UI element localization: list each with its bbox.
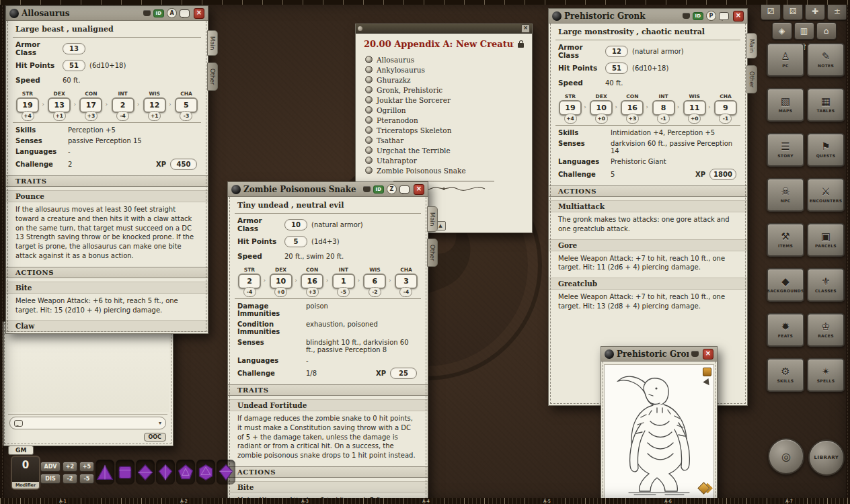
sidebar-button[interactable]: ✴ SPELLS bbox=[807, 358, 845, 392]
identified-badge[interactable]: ID bbox=[153, 9, 164, 17]
token-letter-badge[interactable]: Z bbox=[387, 184, 397, 194]
ability-score[interactable]: STR 2 -4 bbox=[236, 267, 263, 297]
gronk-line-art[interactable] bbox=[604, 364, 714, 499]
radial-menu-icon[interactable] bbox=[605, 349, 614, 359]
sidebar-button[interactable]: ▧ MAPS bbox=[767, 88, 804, 122]
action-name[interactable]: Gore bbox=[549, 239, 747, 251]
action-name[interactable]: Multiattack bbox=[549, 200, 747, 212]
window-side-tab[interactable]: Main bbox=[427, 206, 438, 232]
window-side-tab[interactable]: Main bbox=[746, 33, 757, 58]
identified-badge[interactable]: ID bbox=[373, 185, 384, 194]
close-button[interactable]: × bbox=[703, 349, 713, 360]
xp-value[interactable]: 25 bbox=[390, 368, 417, 379]
d10-icon[interactable] bbox=[156, 460, 175, 485]
hit-points-value[interactable]: 51 bbox=[63, 60, 85, 71]
identified-badge[interactable]: ID bbox=[693, 12, 703, 20]
sidebar-button[interactable]: ✎ NOTES bbox=[807, 43, 845, 77]
toolbar-button[interactable]: ⌂ bbox=[816, 22, 837, 40]
modifier-button[interactable]: -2 bbox=[63, 474, 77, 484]
ability-score[interactable]: CON 17 +3 bbox=[77, 91, 104, 121]
modifier-button[interactable]: ADV bbox=[40, 462, 61, 472]
sidebar-button[interactable]: ⚔ ENCOUNTERS bbox=[807, 178, 845, 212]
action-name[interactable]: Greatclub bbox=[549, 278, 747, 290]
trait-name[interactable]: Pounce bbox=[6, 190, 208, 202]
ability-score[interactable]: DEX 10 +0 bbox=[268, 267, 295, 297]
close-button[interactable]: × bbox=[194, 8, 204, 19]
pin-icon[interactable] bbox=[358, 26, 362, 31]
ability-score[interactable]: WIS 12 +1 bbox=[141, 91, 168, 121]
toolbar-button[interactable]: ◈ bbox=[772, 22, 792, 40]
d12-icon[interactable] bbox=[176, 460, 195, 485]
radial-menu-icon[interactable] bbox=[552, 11, 562, 21]
radial-menu-icon[interactable] bbox=[9, 9, 19, 18]
creature-link[interactable]: Ankylosaurus bbox=[365, 65, 523, 75]
ability-score[interactable]: CON 16 +3 bbox=[299, 267, 325, 297]
share-chat-icon[interactable] bbox=[719, 12, 729, 20]
sidebar-button[interactable]: ⚙ SKILLS bbox=[767, 358, 804, 392]
ability-score[interactable]: WIS 6 -2 bbox=[361, 267, 388, 297]
sidebar-button[interactable]: ⚒ ITEMS bbox=[767, 223, 804, 257]
d8-icon[interactable] bbox=[136, 460, 155, 485]
token-bag-icon[interactable] bbox=[143, 10, 151, 16]
chat-mode-dropdown-icon[interactable]: ▾ bbox=[159, 420, 161, 426]
sidebar-button[interactable]: ◆ BACKGROUNDS bbox=[767, 268, 804, 302]
modifier-button[interactable]: DIS bbox=[40, 474, 61, 484]
lock-icon[interactable] bbox=[518, 43, 524, 48]
window-drag-bar[interactable]: × bbox=[356, 24, 532, 34]
window-titlebar[interactable]: Zombie Poisonous Snake ID Z × bbox=[228, 182, 428, 197]
sidebar-button[interactable]: ♙ PC bbox=[767, 43, 804, 77]
sidebar-button[interactable]: ⚜ CLASSES bbox=[807, 268, 845, 302]
window-side-tab[interactable]: Main bbox=[207, 30, 218, 56]
trait-name[interactable]: Undead Fortitude bbox=[228, 399, 428, 411]
d4-icon[interactable] bbox=[95, 460, 114, 485]
ability-score[interactable]: STR 19 +4 bbox=[14, 91, 41, 121]
window-titlebar[interactable]: Prehistoric Gronk ID P × bbox=[549, 9, 747, 24]
window-side-tab[interactable]: Other bbox=[207, 62, 218, 91]
d20-icon[interactable] bbox=[196, 460, 215, 485]
ability-score[interactable]: INT 2 -4 bbox=[110, 91, 137, 121]
sidebar-button[interactable]: ⚑ QUESTS bbox=[807, 133, 845, 167]
ability-score[interactable]: CON 16 +3 bbox=[619, 93, 646, 124]
ooc-button[interactable]: OOC bbox=[144, 433, 166, 442]
d100-icon[interactable] bbox=[217, 460, 235, 485]
window-side-tab[interactable]: Other bbox=[427, 239, 438, 267]
creature-link[interactable]: Allosaurus bbox=[365, 54, 523, 65]
creature-link[interactable]: Pteranodon bbox=[365, 115, 523, 125]
creature-link[interactable]: Tsathar bbox=[365, 135, 523, 145]
sidebar-button[interactable]: ☠ NPC bbox=[767, 178, 804, 212]
token-bag-icon[interactable] bbox=[363, 186, 371, 192]
ability-score[interactable]: CHA 9 -1 bbox=[712, 93, 739, 124]
creature-link[interactable]: Gronk, Prehistoric bbox=[365, 85, 523, 95]
close-button[interactable]: × bbox=[414, 184, 424, 195]
creature-link[interactable]: Ogrillon bbox=[365, 105, 523, 115]
library-button[interactable]: LIBRARY bbox=[808, 439, 845, 476]
share-chat-icon[interactable] bbox=[399, 185, 410, 194]
speaker-identity-label[interactable]: GM bbox=[8, 446, 34, 455]
toolbar-button[interactable]: ± bbox=[827, 3, 847, 20]
ability-score[interactable]: INT 1 -5 bbox=[330, 267, 357, 297]
modifier-stack[interactable]: 0 Modifier bbox=[11, 456, 40, 490]
xp-value[interactable]: 1800 bbox=[709, 169, 736, 180]
ability-score[interactable]: DEX 13 +1 bbox=[46, 91, 73, 121]
action-name[interactable]: Bite bbox=[6, 282, 208, 294]
creature-link[interactable]: Zombie Poisonous Snake bbox=[365, 165, 523, 175]
ability-score[interactable]: STR 19 +4 bbox=[557, 93, 584, 124]
token-bag-icon[interactable] bbox=[691, 351, 699, 357]
modifier-button[interactable]: +5 bbox=[79, 462, 94, 472]
sidebar-button[interactable]: ▣ PARCELS bbox=[807, 223, 845, 257]
chat-input[interactable] bbox=[26, 419, 156, 427]
creature-link[interactable]: Jouktar the Sorcerer bbox=[365, 95, 523, 105]
armor-class-value[interactable]: 12 bbox=[605, 46, 628, 57]
ability-score[interactable]: CHA 5 -3 bbox=[173, 91, 200, 121]
creature-link[interactable]: Urgchat the Terrible bbox=[365, 145, 523, 155]
window-side-tab[interactable]: Other bbox=[746, 65, 757, 93]
toolbar-button[interactable]: ▥ bbox=[794, 22, 814, 40]
close-button[interactable]: × bbox=[733, 11, 744, 22]
xp-value[interactable]: 450 bbox=[170, 159, 197, 170]
creature-link[interactable]: Triceratops Skeleton bbox=[365, 125, 523, 135]
token-bag-icon[interactable] bbox=[683, 13, 690, 19]
armor-class-value[interactable]: 10 bbox=[284, 219, 307, 230]
sidebar-button[interactable]: ☰ STORY bbox=[767, 133, 804, 167]
modifier-button[interactable]: -5 bbox=[79, 474, 94, 484]
hit-points-value[interactable]: 5 bbox=[284, 236, 307, 247]
